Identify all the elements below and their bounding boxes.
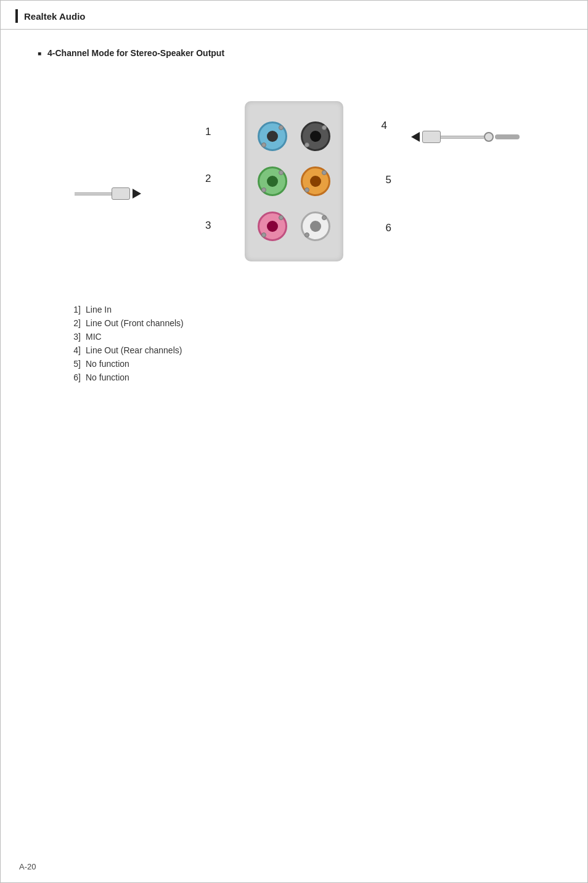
screw-tr-2: [279, 170, 284, 175]
screw-tr-1: [279, 125, 284, 130]
legend: 1] Line In 2] Line Out (Front channels) …: [62, 305, 550, 382]
page-footer: A-20: [19, 862, 36, 871]
legend-num-2: 2]: [62, 318, 81, 328]
left-plug-body: [112, 187, 130, 200]
screw-bl-6: [304, 232, 309, 237]
panel-row-2: [251, 166, 337, 196]
legend-text-6: No function: [86, 372, 129, 382]
legend-item-6: 6] No function: [62, 372, 550, 382]
right-cable: [441, 136, 484, 139]
legend-text-1: Line In: [86, 305, 112, 314]
legend-item-1: 1] Line In: [62, 305, 550, 314]
right-connector-end: [484, 132, 494, 142]
jack-inner-4: [310, 131, 321, 142]
left-plug-assembly: [75, 187, 141, 200]
legend-num-1: 1]: [62, 305, 81, 314]
screw-bl-2: [261, 187, 266, 192]
screw-bl-4: [304, 142, 309, 147]
legend-item-2: 2] Line Out (Front channels): [62, 318, 550, 328]
audio-panel: [245, 101, 343, 261]
left-cable: [75, 192, 112, 195]
legend-num-6: 6]: [62, 372, 81, 382]
jack-3-pink: [258, 212, 287, 241]
label-5: 5: [386, 174, 391, 186]
panel-row-3: [251, 212, 337, 241]
legend-num-4: 4]: [62, 345, 81, 355]
screw-tr-3: [279, 215, 284, 220]
jack-2-green: [258, 166, 287, 196]
header-bar: [15, 9, 18, 23]
screw-tr-6: [322, 215, 327, 220]
panel-row-1: [251, 121, 337, 151]
label-1: 1: [205, 126, 211, 138]
legend-item-5: 5] No function: [62, 359, 550, 369]
right-plug-body: [422, 131, 441, 143]
legend-text-5: No function: [86, 359, 129, 369]
page-number: A-20: [19, 862, 36, 871]
page: Realtek Audio 4-Channel Mode for Stereo-…: [0, 0, 588, 883]
legend-num-3: 3]: [62, 332, 81, 342]
jack-inner-1: [267, 131, 278, 142]
screw-tr-5: [322, 170, 327, 175]
legend-item-4: 4] Line Out (Rear channels): [62, 345, 550, 355]
label-4: 4: [382, 120, 387, 132]
screw-bl-3: [261, 232, 266, 237]
left-arrow-icon: [133, 189, 141, 199]
legend-text-4: Line Out (Rear channels): [86, 345, 182, 355]
screw-tr-4: [322, 125, 327, 130]
legend-item-3: 3] MIC: [62, 332, 550, 342]
legend-num-5: 5]: [62, 359, 81, 369]
right-mini-plug: [495, 134, 520, 139]
jack-inner-5: [310, 176, 321, 187]
jack-1-blue: [258, 121, 287, 151]
right-plug-assembly: [411, 131, 520, 143]
jack-inner-2: [267, 176, 278, 187]
page-title: Realtek Audio: [24, 11, 85, 22]
label-2: 2: [205, 173, 211, 185]
jack-4-black: [301, 121, 330, 151]
legend-text-3: MIC: [86, 332, 102, 342]
label-6: 6: [386, 222, 391, 234]
jack-inner-3: [267, 221, 278, 232]
jack-6-white: [301, 212, 330, 241]
label-3: 3: [205, 220, 211, 232]
screw-bl-1: [261, 142, 266, 147]
jack-5-orange: [301, 166, 330, 196]
diagram-area: 1 2 3 4 5 6: [38, 76, 550, 274]
jack-inner-6: [310, 221, 321, 232]
header: Realtek Audio: [1, 1, 587, 30]
screw-bl-5: [304, 187, 309, 192]
content: 4-Channel Mode for Stereo-Speaker Output: [1, 30, 587, 411]
section-title: 4-Channel Mode for Stereo-Speaker Output: [38, 48, 550, 58]
legend-text-2: Line Out (Front channels): [86, 318, 184, 328]
right-arrow-icon: [411, 132, 420, 142]
